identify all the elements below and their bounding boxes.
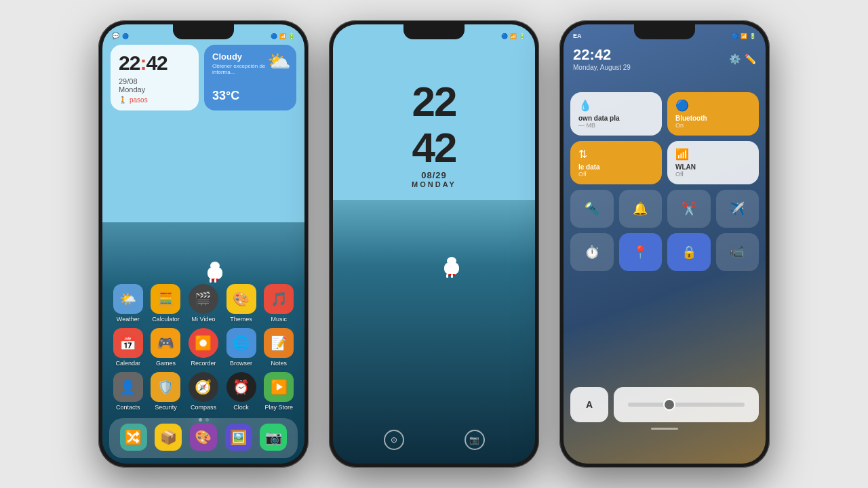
app-games[interactable]: 🎮 Games	[148, 328, 183, 367]
date-day: MONDAY	[333, 180, 535, 188]
bottom-icon-right[interactable]: 📷	[465, 430, 485, 450]
phone2-bottom-bar: ⊙ 📷	[333, 430, 535, 450]
dog-character	[208, 267, 222, 279]
cc-row-1: 💧 own data pla — MB 🔵 Bluetooth On	[570, 92, 759, 136]
cc-settings-icon[interactable]: ⚙️	[729, 54, 741, 64]
cc-edit-icon[interactable]: ✏️	[745, 54, 756, 64]
tile-screenshot[interactable]: ✂️	[667, 190, 711, 228]
games-app-icon: 🎮	[151, 328, 180, 358]
calculator-app-icon: 🧮	[151, 284, 180, 314]
battery-icon-3: 🔋	[749, 33, 756, 39]
message-icon: 💬	[112, 33, 119, 39]
phone-3: EA 🔵 📶 🔋 22:42 Monday, August 29 ⚙️ ✏️	[559, 20, 770, 468]
tile-bluetooth[interactable]: 🔵 Bluetooth On	[667, 92, 759, 136]
app-calculator[interactable]: 🧮 Calculator	[148, 284, 183, 323]
tile-video[interactable]: 📹	[716, 233, 760, 271]
signal-icon-3: 📶	[741, 33, 747, 39]
notch-1	[173, 24, 234, 39]
music-app-icon: 🎵	[264, 284, 294, 314]
notes-app-icon: 📝	[264, 328, 294, 358]
tile-brightness[interactable]	[614, 387, 759, 422]
cc-header: 22:42 Monday, August 29 ⚙️ ✏️	[573, 46, 756, 71]
dock-item-1[interactable]: 🔀	[116, 424, 151, 453]
status-right-1: 🔵 📶 🔋	[271, 33, 295, 39]
brightness-thumb	[663, 399, 675, 411]
tile-data[interactable]: 💧 own data pla — MB	[570, 92, 662, 136]
contacts-app-label: Contacts	[116, 404, 140, 411]
big-hours: 22	[333, 79, 535, 125]
app-themes[interactable]: 🎨 Themes	[224, 284, 259, 323]
games-app-label: Games	[156, 360, 176, 367]
status-left-1: 💬 🔵	[112, 33, 129, 39]
tile-text-size[interactable]: A	[570, 387, 608, 422]
notes-app-label: Notes	[271, 360, 287, 367]
bt-icon-3: 🔵	[732, 33, 738, 39]
calendar-app-label: Calendar	[116, 360, 141, 367]
brightness-track	[628, 403, 744, 407]
signal-icon: 📶	[279, 33, 286, 39]
app-weather[interactable]: 🌤️ Weather	[111, 284, 146, 323]
signal-icon-2: 📶	[510, 33, 517, 39]
cc-row-3: 🔦 🔔 ✂️ ✈️	[570, 190, 759, 228]
mobile-tile-sub: Off	[578, 171, 654, 178]
security-app-icon: 🛡️	[151, 372, 180, 402]
cc-bottom-area: A	[570, 387, 759, 430]
bluetooth-tile-label: Bluetooth	[675, 115, 751, 122]
app-calendar[interactable]: 📅 Calendar	[111, 328, 146, 367]
tile-wlan[interactable]: 📶 WLAN Off	[667, 141, 759, 184]
weather-temp: 33°C	[212, 89, 288, 103]
dock-item-4[interactable]: 🖼️	[221, 424, 256, 453]
tile-timer[interactable]: ⏱️	[570, 233, 614, 271]
clock-time: 22:42	[119, 52, 191, 75]
dock-item-2[interactable]: 📦	[151, 424, 186, 453]
mivideo-app-label: Mi Video	[192, 316, 216, 323]
tile-lock[interactable]: 🔒	[667, 233, 711, 271]
browser-app-label: Browser	[230, 360, 252, 367]
tile-alarm[interactable]: 🔔	[619, 190, 663, 228]
app-playstore[interactable]: ▶️ Play Store	[261, 372, 296, 411]
dock-item-3[interactable]: 🎨	[186, 424, 221, 453]
recorder-app-icon: ⏺️	[189, 328, 218, 358]
tile-mobile[interactable]: ⇅ le data Off	[570, 141, 662, 184]
dock-item-5[interactable]: 📷	[256, 424, 291, 453]
dock-icon-1: 🔀	[120, 424, 147, 451]
contacts-app-icon: 👤	[113, 372, 143, 402]
data-tile-label: own data pla	[578, 115, 654, 122]
cc-text-row: A	[570, 387, 759, 422]
recorder-app-label: Recorder	[191, 360, 216, 367]
playstore-app-icon: ▶️	[264, 372, 294, 402]
mivideo-app-icon: 🎬	[189, 284, 218, 314]
app-browser[interactable]: 🌐 Browser	[224, 328, 259, 367]
app-music[interactable]: 🎵 Music	[261, 284, 296, 323]
app-clock[interactable]: ⏰ Clock	[224, 372, 259, 411]
status-left-3: EA	[573, 33, 582, 39]
tile-airplane[interactable]: ✈️	[716, 190, 760, 228]
app-mivideo[interactable]: 🎬 Mi Video	[186, 284, 221, 323]
clock-widget[interactable]: 22:42 29/08 Monday 🚶 pasos	[111, 45, 199, 110]
calendar-app-icon: 📅	[113, 328, 143, 358]
calculator-app-label: Calculator	[152, 316, 180, 323]
cc-indicator-line	[651, 428, 678, 430]
themes-app-label: Themes	[230, 316, 252, 323]
weather-widget[interactable]: ⛅ Cloudy Obtener excepción de informa...…	[204, 45, 296, 110]
weather-app-label: Weather	[117, 316, 140, 323]
tile-location[interactable]: 📍	[619, 233, 663, 271]
mobile-tile-label: le data	[578, 163, 654, 171]
battery-icon-2: 🔋	[519, 33, 526, 39]
big-date: 08/29 MONDAY	[333, 170, 535, 188]
app-recorder[interactable]: ⏺️ Recorder	[186, 328, 221, 367]
bottom-icon-left[interactable]: ⊙	[384, 430, 404, 450]
app-security[interactable]: 🛡️ Security	[148, 372, 183, 411]
cc-row-2: ⇅ le data Off 📶 WLAN Off	[570, 141, 759, 184]
bt-icon-2: 🔵	[501, 33, 508, 39]
dock-icon-4: 🖼️	[225, 424, 252, 451]
app-notes[interactable]: 📝 Notes	[261, 328, 296, 367]
app-row-1: 🌤️ Weather 🧮 Calculator 🎬 Mi Video 🎨 The…	[109, 284, 298, 323]
phone-1: 💬 🔵 🔵 📶 🔋 22:42 29/08 Monday 🚶	[98, 20, 309, 468]
app-contacts[interactable]: 👤 Contacts	[111, 372, 146, 411]
tile-flashlight[interactable]: 🔦	[570, 190, 614, 228]
cc-right-icons: ⚙️ ✏️	[729, 54, 756, 64]
app-compass[interactable]: 🧭 Compass	[186, 372, 221, 411]
wifi-icon: 🔵	[122, 33, 129, 39]
battery-icon: 🔋	[288, 33, 295, 39]
